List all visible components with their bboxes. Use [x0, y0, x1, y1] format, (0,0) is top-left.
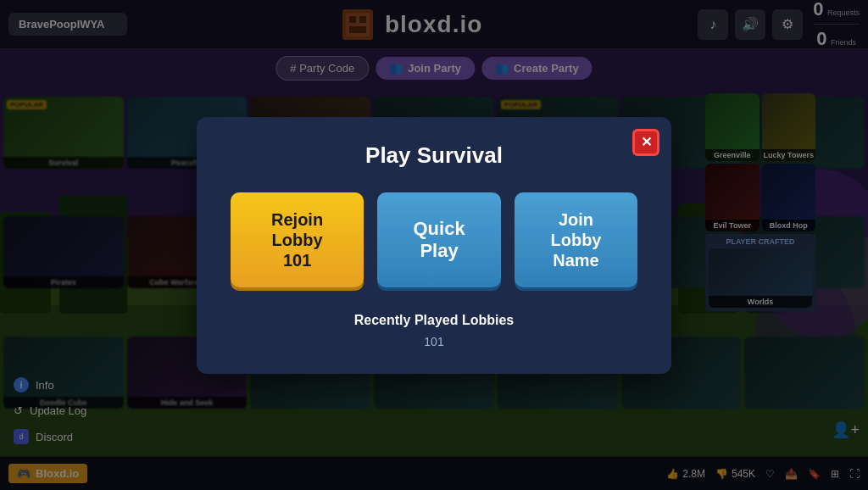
modal-title: Play Survival: [231, 142, 637, 169]
modal-overlay: ✕ Play Survival Rejoin Lobby 101 Quick P…: [0, 0, 868, 490]
modal-close-button[interactable]: ✕: [632, 129, 659, 156]
recently-played-title: Recently Played Lobbies: [231, 313, 637, 328]
rejoin-line1: Rejoin Lobby: [254, 209, 340, 250]
modal-buttons: Rejoin Lobby 101 Quick Play Join Lobby N…: [231, 192, 637, 287]
recently-played-section: Recently Played Lobbies 101: [231, 313, 637, 348]
rejoin-lobby-button[interactable]: Rejoin Lobby 101: [231, 192, 364, 287]
join-line1: Join Lobby: [538, 209, 614, 250]
quick-play-button[interactable]: Quick Play: [377, 192, 501, 287]
play-survival-modal: ✕ Play Survival Rejoin Lobby 101 Quick P…: [197, 117, 671, 374]
join-line2: Name: [538, 250, 614, 270]
join-lobby-button[interactable]: Join Lobby Name: [515, 192, 637, 287]
recently-played-item[interactable]: 101: [231, 335, 637, 348]
rejoin-line2: 101: [254, 250, 340, 270]
